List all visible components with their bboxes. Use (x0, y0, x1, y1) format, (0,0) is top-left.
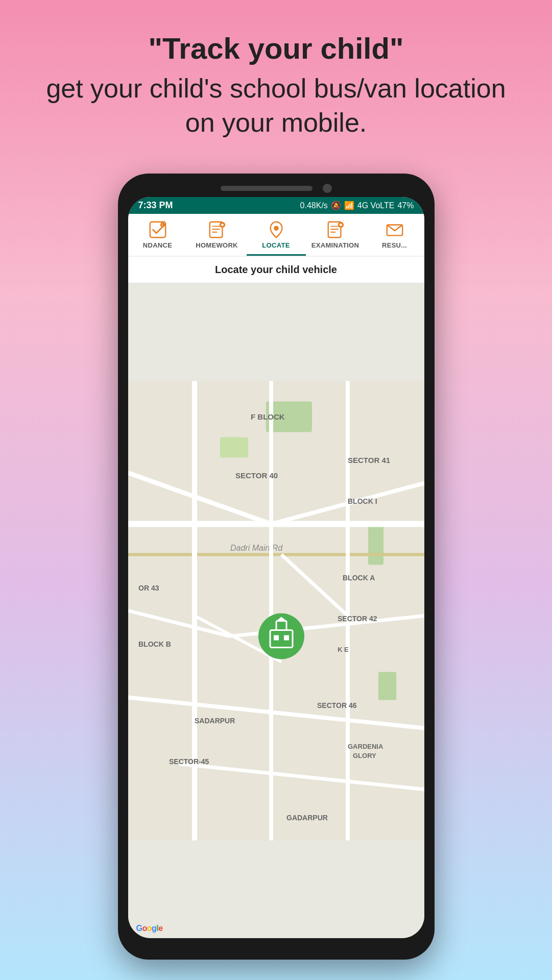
battery-text: 47% (397, 201, 414, 210)
svg-rect-55 (274, 635, 279, 641)
svg-text:OR 43: OR 43 (138, 584, 159, 592)
promo-text-area: "Track your child" get your child's scho… (0, 0, 552, 161)
svg-text:BLOCK A: BLOCK A (343, 574, 375, 582)
tab-attendance[interactable]: ! NDANCE (128, 214, 187, 256)
svg-rect-21 (220, 437, 248, 458)
svg-text:GARDENIA: GARDENIA (348, 743, 383, 750)
page-title: Locate your child vehicle (128, 257, 424, 283)
svg-rect-22 (368, 524, 383, 565)
map-svg: Dadri Main Rd F BLOCK S (128, 283, 424, 938)
svg-text:SECTOR 40: SECTOR 40 (235, 471, 278, 480)
svg-text:GADARPUR: GADARPUR (286, 814, 328, 822)
locate-tab-label: LOCATE (262, 241, 290, 249)
svg-rect-23 (378, 672, 396, 700)
svg-text:K E: K E (338, 646, 349, 653)
svg-rect-19 (128, 381, 424, 841)
subline: get your child's school bus/van location… (41, 71, 511, 140)
map-container[interactable]: Dadri Main Rd F BLOCK S (128, 283, 424, 938)
phone-notch (128, 184, 424, 193)
status-time: 7:33 PM (138, 200, 173, 211)
svg-text:F BLOCK: F BLOCK (251, 412, 285, 421)
status-right: 0.48K/s 🔕 📶 4G VoLTE 47% (300, 201, 414, 210)
phone-screen: 7:33 PM 0.48K/s 🔕 📶 4G VoLTE 47% (128, 197, 424, 938)
attendance-icon: ! (148, 220, 167, 239)
svg-point-10 (274, 226, 279, 231)
svg-rect-56 (284, 635, 289, 641)
examination-tab-label: EXAMINATION (311, 241, 359, 249)
svg-text:SECTOR 41: SECTOR 41 (348, 456, 390, 464)
status-bar: 7:33 PM 0.48K/s 🔕 📶 4G VoLTE 47% (128, 197, 424, 214)
wifi-icon: 📶 (344, 201, 354, 210)
signal-text: 4G VoLTE (357, 201, 395, 210)
svg-text:SECTOR 42: SECTOR 42 (338, 615, 377, 623)
homework-icon (207, 220, 227, 239)
google-branding: Google (136, 924, 163, 933)
headline: "Track your child" (41, 31, 511, 66)
svg-text:SECTOR 46: SECTOR 46 (317, 701, 357, 709)
svg-text:!: ! (161, 223, 162, 227)
svg-text:GLORY: GLORY (353, 752, 376, 760)
svg-text:BLOCK B: BLOCK B (138, 640, 171, 648)
svg-text:SECTOR-45: SECTOR-45 (169, 757, 209, 766)
svg-text:SADARPUR: SADARPUR (195, 717, 235, 725)
examination-icon (326, 220, 345, 239)
notch-dot (323, 184, 332, 193)
homework-tab-label: HOMEWORK (196, 241, 238, 249)
result-tab-label: RESU... (382, 241, 407, 249)
tab-locate[interactable]: LOCATE (247, 214, 306, 256)
nav-tabs: ! NDANCE HOMEWORK (128, 214, 424, 257)
notch-bar (221, 186, 313, 191)
locate-icon (267, 220, 286, 239)
phone-body: 7:33 PM 0.48K/s 🔕 📶 4G VoLTE 47% (118, 174, 435, 960)
tab-examination[interactable]: EXAMINATION (306, 214, 365, 256)
tab-homework[interactable]: HOMEWORK (187, 214, 247, 256)
mute-icon: 🔕 (331, 201, 341, 210)
phone-mockup: 7:33 PM 0.48K/s 🔕 📶 4G VoLTE 47% (118, 174, 435, 960)
svg-text:Dadri Main Rd: Dadri Main Rd (230, 544, 283, 552)
tab-result[interactable]: RESU... (365, 214, 424, 256)
svg-text:BLOCK I: BLOCK I (348, 497, 377, 505)
attendance-tab-label: NDANCE (143, 241, 172, 249)
result-icon (385, 220, 404, 239)
network-speed: 0.48K/s (300, 201, 328, 210)
